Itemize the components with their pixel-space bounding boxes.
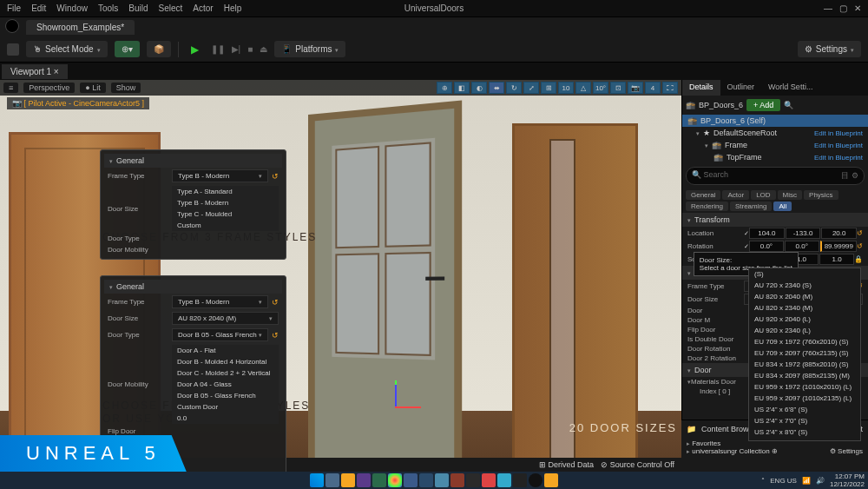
taskbar-app-icon[interactable] [388, 473, 402, 487]
vp-scale-snap[interactable]: ⊡ [610, 82, 626, 94]
tab-details[interactable]: Details [682, 80, 720, 96]
menu-tools[interactable]: Tools [98, 3, 118, 13]
door-size-option[interactable]: AU 920 x 2340 (L) [749, 325, 860, 336]
tab-outliner[interactable]: Outliner [720, 80, 762, 96]
add-component-button[interactable]: + Add [746, 99, 780, 111]
taskbar-app-icon[interactable] [466, 473, 480, 487]
taskbar-app-icon[interactable] [450, 473, 464, 487]
door-size-option[interactable]: EU 959 x 1972 (1010x2010) (L) [749, 381, 860, 393]
door-size-option[interactable]: US 2'4" x 8'0" (S) [749, 426, 860, 438]
door-size-field[interactable]: AU 820 x 2040 (M) [172, 312, 279, 325]
pause-button[interactable]: ❚❚ [211, 44, 225, 54]
cb-settings[interactable]: ⚙ Settings [830, 447, 863, 455]
door-size-option[interactable]: AU 820 x 2340 (M) [749, 302, 860, 314]
skip-button[interactable]: ▶| [232, 44, 241, 54]
vp-tool-icon[interactable]: ◧ [454, 82, 470, 94]
filter-pill[interactable]: General [686, 190, 720, 200]
rot-y[interactable]: 0.0° [785, 241, 819, 252]
vp-speed-icon[interactable]: 📷 [628, 82, 643, 94]
rot-z[interactable]: 89.99999 [820, 241, 857, 252]
taskbar-app-icon[interactable] [326, 473, 339, 487]
taskbar-app-icon[interactable] [544, 473, 558, 487]
save-icon[interactable] [7, 43, 19, 56]
door-size-option[interactable]: EU 709 x 1972 (760x2010) (S) [749, 336, 860, 347]
frame-type-field[interactable]: Type B - Modern [172, 295, 268, 308]
filter-pill-all[interactable]: All [773, 202, 792, 211]
taskbar-app-icon[interactable] [529, 473, 542, 487]
taskbar-app-icon[interactable] [435, 473, 449, 487]
rot-x[interactable]: 0.0° [749, 241, 784, 252]
door-size-option[interactable]: EU 834 x 2097 (885x2135) (M) [749, 370, 860, 381]
taskbar-app-icon[interactable] [513, 473, 527, 487]
component-search-icon[interactable]: 🔍 [784, 101, 793, 109]
select-mode-button[interactable]: 🖱Select Mode [26, 41, 108, 57]
door-type-option[interactable]: Door B - Molded 4 Horizontal [172, 356, 279, 367]
vp-rotate-icon[interactable]: ↻ [506, 82, 522, 94]
taskbar-app-icon[interactable] [341, 473, 355, 487]
menu-help[interactable]: Help [224, 3, 242, 13]
vp-tool-icon[interactable]: ⊕ [437, 82, 452, 94]
level-tab[interactable]: Showroom_Examples* [26, 20, 135, 35]
vp-angle-snap[interactable]: △ [575, 82, 591, 94]
filter-pill[interactable]: Misc [778, 190, 802, 200]
taskbar-app-icon[interactable] [404, 473, 418, 487]
filter-pill[interactable]: Actor [722, 190, 749, 200]
loc-z[interactable]: 20.0 [821, 228, 857, 239]
tree-item[interactable]: 🕋FrameEdit in Blueprint [682, 139, 868, 151]
door-size-option[interactable]: AU 920 x 2040 (L) [749, 314, 860, 325]
door-size-option[interactable]: US 2'8" x 6'8" (M) [749, 438, 860, 441]
door-size-option[interactable]: (S) [749, 268, 860, 280]
play-button[interactable]: ▶ [186, 43, 204, 56]
door-type-option[interactable]: Door A 04 - Glass [172, 379, 279, 390]
menu-edit[interactable]: Edit [31, 3, 46, 13]
vp-speed-value[interactable]: 4 [645, 82, 661, 94]
door-size-option[interactable]: AU 720 x 2340 (S) [749, 280, 860, 291]
vp-snap-icon[interactable]: ⊞ [541, 82, 556, 94]
frame-type-dropdown[interactable]: Type B - Modern [172, 169, 268, 182]
door-type-option[interactable]: 0.0 [172, 413, 279, 424]
door-type-field[interactable]: Door B 05 - Glass French [172, 328, 268, 341]
filter-pill[interactable]: Rendering [686, 202, 728, 211]
taskbar-app-icon[interactable] [419, 473, 433, 487]
menu-file[interactable]: File [7, 3, 21, 13]
tray-chevron[interactable]: ˄ [761, 477, 765, 485]
details-search[interactable]: 🔍 Search目 ⚙ [686, 167, 865, 185]
filter-pill[interactable]: Streaming [730, 202, 772, 211]
frame-option[interactable]: Type C - Moulded [172, 208, 279, 220]
loc-x[interactable]: 104.0 [749, 228, 785, 239]
frame-option[interactable]: Type B - Modern [172, 197, 279, 208]
maximize-icon[interactable]: ▢ [839, 3, 847, 13]
tray-date[interactable]: 12/12/2022 [830, 480, 865, 488]
viewport-options-button[interactable]: ≡ [3, 83, 18, 93]
tree-item[interactable]: ★DefaultSceneRootEdit in Blueprint [682, 127, 868, 139]
filter-pill[interactable]: LOD [751, 190, 775, 200]
tray-time[interactable]: 12:07 PM [830, 472, 865, 480]
door-type-option[interactable]: Door A - Flat [172, 345, 279, 356]
scale-z[interactable]: 1.0 [819, 254, 854, 265]
frame-option[interactable]: Custom [172, 220, 279, 231]
minimize-icon[interactable]: — [824, 3, 832, 13]
tab-world-settings[interactable]: World Setti... [761, 80, 819, 96]
door-size-dropdown[interactable]: (S)AU 720 x 2340 (S)AU 820 x 2040 (M)AU … [748, 268, 861, 441]
vp-angle-value[interactable]: 10° [593, 82, 608, 94]
tree-item[interactable]: 🕋TopFrameEdit in Blueprint [682, 151, 868, 163]
frame-option[interactable]: Type A - Standard [172, 186, 279, 197]
menu-actor[interactable]: Actor [193, 3, 213, 13]
taskbar-app-icon[interactable] [482, 473, 496, 487]
lit-mode-button[interactable]: ● Lit [80, 83, 105, 93]
eject-button[interactable]: ⏏ [260, 44, 267, 54]
tray-wifi-icon[interactable]: 📶 [802, 477, 811, 485]
add-content-button[interactable]: ⊕▾ [115, 41, 140, 57]
tray-lang[interactable]: ENG US [770, 477, 797, 485]
marketplace-button[interactable]: 📦 [147, 41, 171, 57]
loc-y[interactable]: -133.0 [786, 228, 821, 239]
settings-button[interactable]: ⚙Settings [798, 41, 861, 57]
taskbar-app-icon[interactable] [497, 473, 511, 487]
door-size-option[interactable]: US 2'4" x 7'0" (S) [749, 415, 860, 426]
door-size-option[interactable]: EU 959 x 2097 (1010x2135) (L) [749, 393, 860, 404]
menu-select[interactable]: Select [159, 3, 183, 13]
filter-pill[interactable]: Physics [804, 190, 838, 200]
door-size-option[interactable]: EU 709 x 2097 (760x2135) (S) [749, 347, 860, 359]
perspective-button[interactable]: Perspective [23, 83, 75, 93]
close-tab-icon[interactable]: × [54, 67, 59, 76]
